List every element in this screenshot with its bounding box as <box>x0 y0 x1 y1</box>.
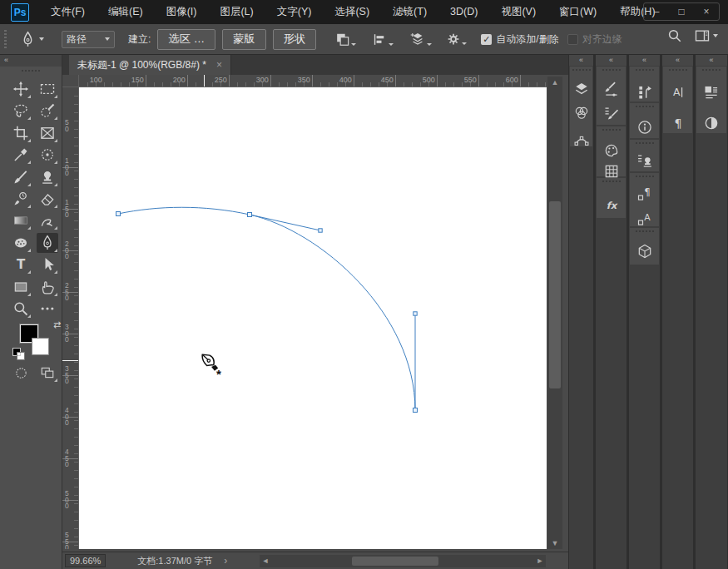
make-mask-button[interactable]: 蒙版 <box>222 29 266 50</box>
options-grip[interactable] <box>4 30 7 48</box>
pen-options-gear-button[interactable] <box>446 32 467 47</box>
menu-item-0[interactable]: 文件(F) <box>39 0 97 24</box>
move-tool[interactable] <box>10 79 32 99</box>
quick-selection-tool[interactable] <box>37 101 58 121</box>
eyedropper-tool[interactable] <box>10 145 32 165</box>
horizontal-ruler[interactable]: 100150200250300350400450500550600 <box>79 75 547 87</box>
menu-item-3[interactable]: 图层(L) <box>208 0 265 24</box>
menu-item-8[interactable]: 视图(V) <box>489 0 547 24</box>
clone-source-panel-icon[interactable] <box>636 152 653 169</box>
brush-tool[interactable] <box>10 167 32 187</box>
menu-item-9[interactable]: 窗口(W) <box>547 0 608 24</box>
expand-panels-icon[interactable]: « <box>596 55 626 66</box>
search-icon[interactable] <box>667 28 682 43</box>
vertical-scroll-thumb[interactable] <box>549 201 561 388</box>
paragraph-panel-icon[interactable] <box>670 115 686 131</box>
scroll-right-icon[interactable]: ► <box>534 555 546 567</box>
path-operations-button[interactable] <box>334 32 356 47</box>
expand-panels-icon[interactable]: « <box>629 55 660 66</box>
healing-brush-tool[interactable] <box>37 145 58 165</box>
workspace-switcher-button[interactable] <box>694 27 718 44</box>
character-panel-icon[interactable] <box>670 84 686 101</box>
tools-panel-grip[interactable] <box>22 70 42 72</box>
ruler-label: 150 <box>131 76 144 84</box>
horizontal-scrollbar[interactable]: ◄ ► <box>260 555 546 567</box>
auto-add-delete-label: 自动添加/删除 <box>496 32 558 47</box>
lasso-tool[interactable] <box>10 101 32 121</box>
make-selection-button[interactable]: 选区 … <box>157 29 215 50</box>
default-colors-icon[interactable] <box>13 349 24 359</box>
tool-mode-select[interactable]: 路径 <box>62 31 115 48</box>
tool-preset-button[interactable] <box>19 31 44 48</box>
expand-panels-icon[interactable]: « <box>696 55 727 66</box>
zoom-tool[interactable] <box>10 299 32 319</box>
scroll-down-icon[interactable]: ▼ <box>547 539 562 547</box>
menu-item-2[interactable]: 图像(I) <box>155 0 209 24</box>
history-brush-tool[interactable] <box>10 189 32 209</box>
properties-panel-icon[interactable] <box>703 84 720 101</box>
rectangle-tool[interactable] <box>10 277 32 297</box>
canvas[interactable]: * <box>79 87 547 549</box>
expand-panels-icon[interactable]: « <box>569 55 593 66</box>
document-tab[interactable]: 未标题-1 @ 100%(RGB/8#) * × <box>69 55 231 75</box>
panel-group <box>597 67 626 125</box>
adjustments-panel-icon[interactable] <box>703 115 720 131</box>
quick-mask-button[interactable] <box>10 363 32 383</box>
sponge-tool[interactable] <box>10 233 32 253</box>
pen-tool[interactable] <box>37 233 58 253</box>
marquee-tool[interactable] <box>37 79 58 99</box>
status-expander-icon[interactable]: › <box>224 555 227 567</box>
auto-add-delete-checkbox[interactable]: ✓ <box>481 34 492 45</box>
menu-item-4[interactable]: 文字(Y) <box>265 0 324 24</box>
crop-tool[interactable] <box>10 123 32 143</box>
smudge-tool[interactable] <box>37 210 58 230</box>
layers-panel-icon[interactable] <box>573 81 590 97</box>
menu-item-5[interactable]: 选择(S) <box>323 0 381 24</box>
gradient-tool[interactable] <box>10 210 32 230</box>
tab-close-icon[interactable]: × <box>216 59 222 71</box>
menu-item-7[interactable]: 3D(D) <box>438 0 489 24</box>
3d-panel-icon[interactable] <box>636 243 653 260</box>
ruler-corner[interactable] <box>62 75 79 87</box>
history-panel-icon[interactable] <box>636 84 653 101</box>
close-button[interactable]: × <box>694 3 719 20</box>
patterns-panel-icon[interactable] <box>603 163 620 180</box>
eraser-tool[interactable] <box>37 189 58 209</box>
hand-tool[interactable] <box>37 277 58 297</box>
scroll-up-icon[interactable]: ▲ <box>547 78 562 87</box>
tools-panel-header[interactable]: « <box>0 55 62 67</box>
make-shape-button[interactable]: 形状 <box>273 29 317 50</box>
menu-item-1[interactable]: 编辑(E) <box>97 0 155 24</box>
path-alignment-button[interactable] <box>372 32 394 47</box>
vertical-ruler[interactable]: 5 01 0 01 5 02 0 02 5 03 0 03 5 04 0 04 … <box>62 87 79 549</box>
type-tool[interactable] <box>10 255 32 275</box>
path-arrangement-button[interactable] <box>409 31 432 47</box>
align-edges-checkbox[interactable] <box>567 34 578 45</box>
character-styles-panel-icon[interactable] <box>636 210 653 227</box>
info-panel-icon[interactable] <box>636 119 653 136</box>
background-color-swatch[interactable] <box>32 338 49 355</box>
channels-panel-icon[interactable] <box>573 105 590 121</box>
vertical-scrollbar[interactable]: ▲ ▼ <box>547 77 562 549</box>
swatches-panel-icon[interactable] <box>603 142 620 159</box>
ruler-label: 2 0 0 <box>65 241 69 260</box>
brush-settings-panel-icon[interactable] <box>603 81 620 97</box>
paragraph-styles-panel-icon[interactable] <box>636 186 653 202</box>
more-tools[interactable] <box>37 299 58 319</box>
dock-column-1: « <box>569 55 593 569</box>
maximize-button[interactable]: □ <box>669 3 694 20</box>
clone-stamp-tool[interactable] <box>37 167 58 187</box>
zoom-level-field[interactable]: 99.66% <box>65 554 106 567</box>
brushes-panel-icon[interactable] <box>603 105 620 121</box>
screen-mode-button[interactable] <box>37 363 58 383</box>
expand-panels-icon[interactable]: « <box>662 55 693 66</box>
menu-item-6[interactable]: 滤镜(T) <box>381 0 438 24</box>
scroll-left-icon[interactable]: ◄ <box>260 555 271 567</box>
paths-panel-icon[interactable] <box>573 132 590 149</box>
styles-fx-panel-icon[interactable] <box>603 197 620 214</box>
swap-colors-icon[interactable]: ⇄ <box>53 319 61 330</box>
minimize-button[interactable]: – <box>644 3 669 20</box>
path-selection-tool[interactable] <box>37 255 58 275</box>
slice-tool[interactable] <box>37 123 58 143</box>
horizontal-scroll-thumb[interactable] <box>352 557 438 566</box>
